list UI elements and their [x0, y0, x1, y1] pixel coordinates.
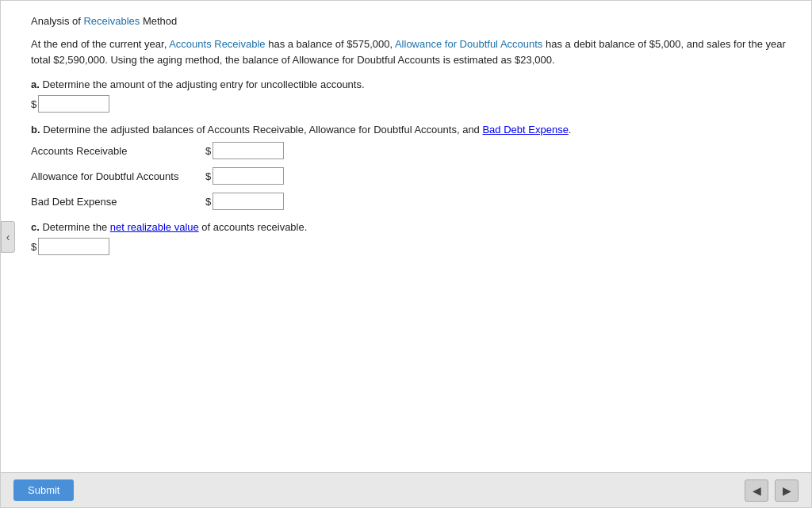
input-bad-debt-expense[interactable] — [213, 193, 284, 210]
title-suffix: Method — [140, 15, 177, 27]
allowance-doubtful-link[interactable]: Allowance for Doubtful Accounts — [395, 38, 542, 50]
title-prefix: Analysis of — [31, 15, 83, 27]
row-input-group-bde: $ — [205, 193, 284, 210]
accounts-receivable-link[interactable]: Accounts Receivable — [169, 38, 265, 50]
dollar-sign-bde: $ — [205, 196, 211, 208]
question-a-bold: a. — [31, 78, 40, 90]
question-b-section: b. Determine the adjusted balances of Ac… — [31, 124, 795, 210]
dollar-sign-ada: $ — [205, 170, 211, 182]
question-b-bold: b. — [31, 124, 40, 136]
input-accounts-receivable[interactable] — [213, 142, 284, 159]
question-c-input-row: $ — [31, 238, 795, 255]
row-input-group-ada: $ — [205, 167, 284, 185]
table-row: Allowance for Doubtful Accounts $ — [31, 167, 795, 185]
question-c-input[interactable] — [38, 238, 109, 255]
row-label-ada: Allowance for Doubtful Accounts — [31, 170, 205, 182]
title-link[interactable]: Receivables — [83, 15, 140, 27]
bad-debt-expense-link[interactable]: Bad Debt Expense — [482, 124, 568, 136]
question-a-label: a. Determine the amount of the adjusting… — [31, 78, 795, 90]
row-label-bde: Bad Debt Expense — [31, 196, 205, 208]
question-a-input-row: $ — [31, 95, 795, 113]
net-realizable-value-link[interactable]: net realizable value — [110, 221, 199, 233]
submit-button[interactable]: Submit — [13, 479, 74, 501]
question-a-section: a. Determine the amount of the adjusting… — [31, 78, 795, 113]
question-c-label: c. Determine the net realizable value of… — [31, 221, 795, 233]
question-a-text: Determine the amount of the adjusting en… — [40, 78, 365, 90]
question-b-table: Accounts Receivable $ Allowance for Doub… — [31, 142, 795, 210]
row-label-ar: Accounts Receivable — [31, 145, 205, 157]
next-arrow-button[interactable]: ▶ — [775, 479, 799, 502]
bottom-bar: Submit ◀ ▶ — [1, 472, 811, 507]
table-row: Accounts Receivable $ — [31, 142, 795, 159]
question-b-label: b. Determine the adjusted balances of Ac… — [31, 124, 795, 136]
question-b-after: . — [569, 124, 572, 136]
problem-description: At the end of the current year, Accounts… — [31, 36, 795, 67]
para-after-link1: has a balance of $575,000, — [266, 38, 395, 50]
para-before-link1: At the end of the current year, — [31, 38, 169, 50]
question-a-input[interactable] — [38, 95, 109, 113]
question-c-bold: c. — [31, 221, 40, 233]
dollar-sign-ar: $ — [205, 145, 211, 157]
dollar-sign-a: $ — [31, 98, 36, 110]
row-input-group-ar: $ — [205, 142, 284, 159]
question-b-text: Determine the adjusted balances of Accou… — [40, 124, 483, 136]
prev-arrow-button[interactable]: ◀ — [745, 479, 768, 502]
dollar-sign-c: $ — [31, 241, 36, 253]
table-row: Bad Debt Expense $ — [31, 193, 795, 210]
question-c-text-after: of accounts receivable. — [199, 221, 308, 233]
side-collapse-arrow[interactable]: ‹ — [1, 221, 15, 253]
question-c-text-before: Determine the — [40, 221, 110, 233]
page-title: Analysis of Receivables Method — [31, 15, 795, 27]
question-c-section: c. Determine the net realizable value of… — [31, 221, 795, 255]
nav-arrows: ◀ ▶ — [745, 479, 799, 502]
input-allowance-doubtful[interactable] — [213, 167, 284, 185]
